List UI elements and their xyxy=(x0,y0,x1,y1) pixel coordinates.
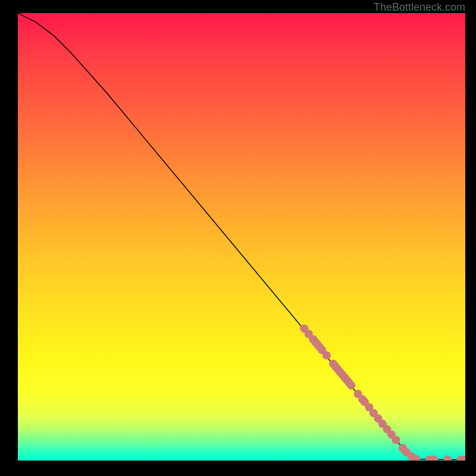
chart-container: TheBottleneck.com xyxy=(0,0,476,476)
attribution-text: TheBottleneck.com xyxy=(374,1,465,14)
plot-gradient-background xyxy=(18,13,465,461)
